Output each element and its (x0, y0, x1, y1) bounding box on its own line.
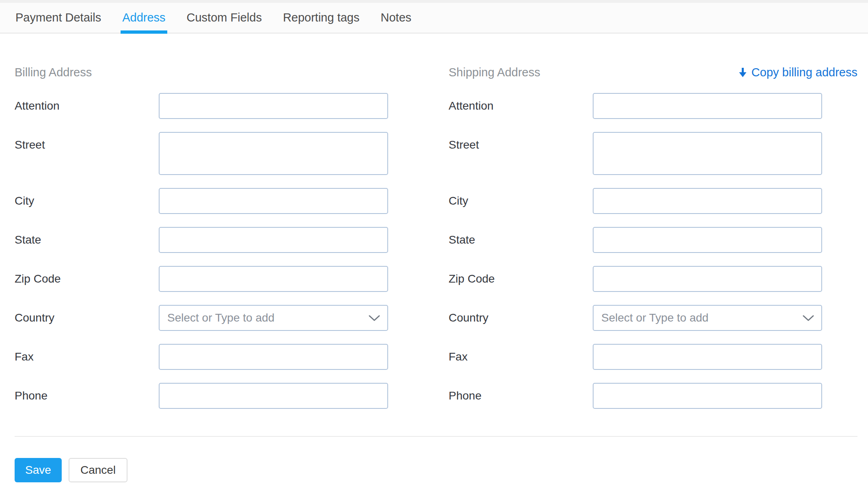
shipping-attention-row: Attention (449, 93, 822, 119)
tab-custom-fields[interactable]: Custom Fields (187, 3, 262, 32)
billing-attention-label: Attention (15, 93, 159, 119)
shipping-zip-input[interactable] (593, 266, 822, 292)
billing-phone-label: Phone (15, 383, 159, 409)
billing-city-label: City (15, 188, 159, 214)
shipping-zip-row: Zip Code (449, 266, 822, 292)
shipping-phone-input[interactable] (593, 383, 822, 409)
footer-divider (15, 436, 857, 437)
billing-zip-input[interactable] (159, 266, 388, 292)
billing-street-row: Street (15, 132, 388, 175)
shipping-attention-label: Attention (449, 93, 593, 119)
arrow-down-icon (739, 68, 747, 78)
billing-phone-input[interactable] (159, 383, 388, 409)
billing-phone-row: Phone (15, 383, 388, 409)
billing-state-row: State (15, 227, 388, 253)
billing-attention-row: Attention (15, 93, 388, 119)
billing-country-placeholder: Select or Type to add (167, 311, 274, 324)
shipping-state-label: State (449, 227, 593, 253)
shipping-city-row: City (449, 188, 822, 214)
form-actions: Save Cancel (15, 458, 857, 482)
shipping-fax-row: Fax (449, 344, 822, 370)
cancel-button[interactable]: Cancel (69, 458, 127, 482)
billing-attention-input[interactable] (159, 93, 388, 119)
billing-zip-row: Zip Code (15, 266, 388, 292)
billing-fax-row: Fax (15, 344, 388, 370)
billing-zip-label: Zip Code (15, 266, 159, 292)
billing-street-label: Street (15, 132, 159, 175)
shipping-street-label: Street (449, 132, 593, 175)
shipping-fax-label: Fax (449, 344, 593, 370)
billing-address-heading: Billing Address (15, 67, 388, 78)
shipping-state-row: State (449, 227, 822, 253)
copy-billing-address-link[interactable]: Copy billing address (739, 66, 857, 79)
address-form-content: Billing Address Shipping Address Copy bi… (0, 34, 868, 482)
shipping-city-label: City (449, 188, 593, 214)
billing-city-row: City (15, 188, 388, 214)
tab-reporting-tags[interactable]: Reporting tags (283, 3, 360, 32)
shipping-address-column: Attention Street City State Zip Code Cou… (449, 93, 822, 422)
chevron-down-icon (369, 315, 380, 323)
billing-fax-input[interactable] (159, 344, 388, 370)
shipping-city-input[interactable] (593, 188, 822, 214)
copy-billing-address-label: Copy billing address (751, 66, 857, 79)
tab-payment-details[interactable]: Payment Details (15, 3, 101, 32)
tab-address[interactable]: Address (122, 3, 165, 32)
billing-street-textarea[interactable] (159, 132, 388, 175)
save-button[interactable]: Save (15, 458, 62, 482)
billing-city-input[interactable] (159, 188, 388, 214)
shipping-address-heading: Shipping Address (449, 67, 540, 78)
shipping-street-row: Street (449, 132, 822, 175)
chevron-down-icon (803, 315, 814, 323)
shipping-attention-input[interactable] (593, 93, 822, 119)
tab-notes[interactable]: Notes (381, 3, 412, 32)
billing-address-column: Attention Street City State Zip Code Cou… (15, 93, 388, 422)
shipping-street-textarea[interactable] (593, 132, 822, 175)
shipping-country-placeholder: Select or Type to add (601, 311, 708, 324)
form-tab-bar: Payment Details Address Custom Fields Re… (0, 3, 868, 34)
shipping-phone-label: Phone (449, 383, 593, 409)
shipping-country-row: Country Select or Type to add (449, 305, 822, 331)
window-top-edge (0, 0, 868, 3)
shipping-phone-row: Phone (449, 383, 822, 409)
billing-country-select[interactable]: Select or Type to add (159, 305, 388, 331)
billing-country-row: Country Select or Type to add (15, 305, 388, 331)
billing-fax-label: Fax (15, 344, 159, 370)
billing-state-label: State (15, 227, 159, 253)
shipping-zip-label: Zip Code (449, 266, 593, 292)
shipping-country-select[interactable]: Select or Type to add (593, 305, 822, 331)
billing-country-label: Country (15, 305, 159, 331)
billing-state-input[interactable] (159, 227, 388, 253)
shipping-country-label: Country (449, 305, 593, 331)
section-headings-row: Billing Address Shipping Address Copy bi… (15, 66, 857, 79)
address-columns: Attention Street City State Zip Code Cou… (15, 93, 857, 422)
shipping-fax-input[interactable] (593, 344, 822, 370)
shipping-state-input[interactable] (593, 227, 822, 253)
